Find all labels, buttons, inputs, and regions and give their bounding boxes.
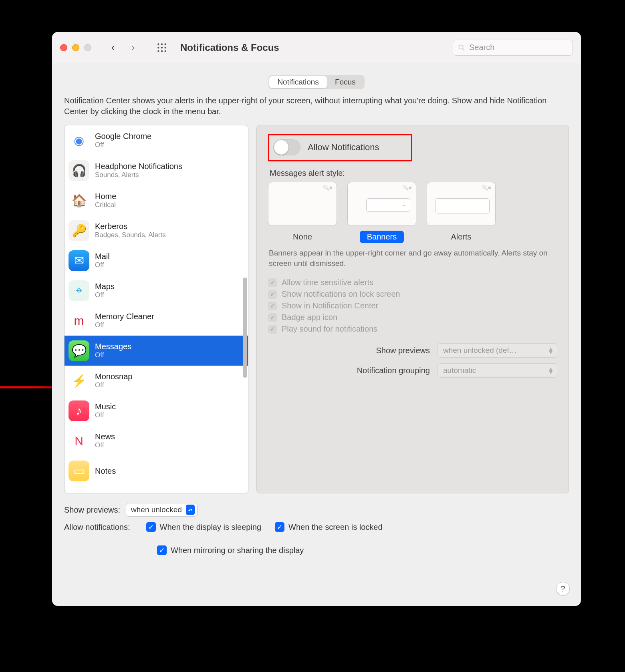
chevron-updown-icon: ▴▾ <box>549 347 553 354</box>
notification-grouping-label: Notification grouping <box>357 366 430 375</box>
app-row-headphone-notifications[interactable]: 🎧Headphone NotificationsSounds, Alerts <box>65 155 248 185</box>
footer-opt-label: When the screen is locked <box>288 523 383 532</box>
app-subtitle: Off <box>95 141 151 149</box>
app-row-notes[interactable]: ▭Notes <box>65 456 248 486</box>
app-subtitle: Off <box>95 321 154 329</box>
app-title: Notes <box>95 466 116 476</box>
close-icon[interactable] <box>60 44 67 51</box>
alert-style-label: Messages alert style: <box>270 169 557 178</box>
app-subtitle: Critical <box>95 201 116 209</box>
checkbox-icon: ✓ <box>268 325 277 334</box>
app-row-kerberos[interactable]: 🔑KerberosBadges, Sounds, Alerts <box>65 215 248 245</box>
app-icon: 🔑 <box>69 220 89 241</box>
footer-show-previews-label: Show previews: <box>64 505 120 515</box>
option-badge-app-icon: ✓Badge app icon <box>268 313 557 322</box>
allow-notifications-toggle[interactable] <box>273 139 300 155</box>
forward-button: › <box>125 40 141 56</box>
style-banners-button[interactable]: Banners <box>360 231 404 243</box>
footer-opt-label: When the display is sleeping <box>160 523 261 532</box>
search-icon <box>458 44 465 51</box>
checkbox-icon[interactable]: ✓ <box>146 522 156 532</box>
app-icon: ⌖ <box>69 280 89 301</box>
app-row-maps[interactable]: ⌖MapsOff <box>65 276 248 306</box>
svg-point-2 <box>157 43 159 45</box>
style-none-thumb[interactable]: 🔍≡ <box>268 182 337 226</box>
app-row-home[interactable]: 🏠HomeCritical <box>65 185 248 215</box>
style-alerts-thumb[interactable]: 🔍≡ <box>427 182 496 226</box>
show-previews-select[interactable]: when unlocked (def… ▴▾ <box>437 343 557 358</box>
style-none-button[interactable]: None <box>286 231 319 243</box>
svg-point-8 <box>157 50 159 52</box>
app-icon: ▭ <box>69 461 89 481</box>
footer-show-previews-select[interactable]: when unlocked ▴▾ <box>126 503 198 517</box>
scrollbar-thumb[interactable] <box>243 278 247 378</box>
app-row-news[interactable]: NNewsOff <box>65 426 248 456</box>
app-row-google-chrome[interactable]: ◉Google ChromeOff <box>65 125 248 155</box>
option-play-sound-for-notifications: ✓Play sound for notifications <box>268 324 557 334</box>
app-title: Memory Cleaner <box>95 312 154 321</box>
preferences-window: ‹ › Notifications & Focus Search Notific… <box>52 32 581 606</box>
app-row-monosnap[interactable]: ⚡MonosnapOff <box>65 366 248 396</box>
app-title: Messages <box>95 342 131 351</box>
app-subtitle: Off <box>95 411 116 419</box>
app-subtitle: Off <box>95 351 131 359</box>
app-row-messages[interactable]: 💬MessagesOff <box>65 336 248 366</box>
app-subtitle: Sounds, Alerts <box>95 171 182 179</box>
option-label: Badge app icon <box>282 313 337 322</box>
style-banners-thumb[interactable]: 🔍≡ → <box>347 182 416 226</box>
app-list[interactable]: ◉Google ChromeOff🎧Headphone Notification… <box>64 125 248 493</box>
nav-arrows: ‹ › <box>105 40 141 56</box>
option-label: Show in Notification Center <box>282 301 378 310</box>
search-field[interactable]: Search <box>453 40 573 56</box>
footer-opt-when-the-display-is-sleeping[interactable]: ✓When the display is sleeping <box>146 522 261 532</box>
tab-notifications[interactable]: Notifications <box>269 76 327 88</box>
app-icon: ◉ <box>69 130 89 151</box>
tabs-segmented: Notifications Focus <box>268 75 364 89</box>
tab-focus[interactable]: Focus <box>327 76 364 88</box>
app-title: News <box>95 432 115 441</box>
notification-grouping-value: automatic <box>443 366 476 375</box>
footer-opt-when-mirroring-or-sharing-the-display[interactable]: ✓When mirroring or sharing the display <box>157 545 569 555</box>
notification-grouping-select[interactable]: automatic ▴▾ <box>437 363 557 378</box>
app-title: Google Chrome <box>95 131 151 141</box>
option-label: Play sound for notifications <box>282 324 377 334</box>
app-subtitle: Off <box>95 381 132 389</box>
option-allow-time-sensitive-alerts: ✓Allow time sensitive alerts <box>268 278 557 287</box>
app-row-memory-cleaner[interactable]: mMemory CleanerOff <box>65 306 248 336</box>
chevron-updown-icon: ▴▾ <box>186 505 195 515</box>
app-subtitle: Off <box>95 261 110 269</box>
help-button[interactable]: ? <box>556 582 570 596</box>
app-icon: ⚡ <box>69 370 89 391</box>
checkbox-icon: ✓ <box>268 278 277 287</box>
app-icon: 🎧 <box>69 160 89 181</box>
minimize-icon[interactable] <box>72 44 79 51</box>
app-icon: m <box>69 310 89 331</box>
app-title: Mail <box>95 251 110 261</box>
content-area: Notifications Focus Notification Center … <box>52 63 581 606</box>
footer-opt-label: When mirroring or sharing the display <box>171 546 304 555</box>
show-previews-value: when unlocked (def… <box>443 346 517 355</box>
checkbox-icon[interactable]: ✓ <box>275 522 284 532</box>
app-icon: 🏠 <box>69 190 89 211</box>
allow-notifications-box: Allow Notifications <box>268 134 412 161</box>
app-title: Home <box>95 191 116 201</box>
svg-point-7 <box>165 46 166 48</box>
search-placeholder: Search <box>469 43 494 52</box>
app-subtitle: Badges, Sounds, Alerts <box>95 231 166 239</box>
footer-opt-when-the-screen-is-locked[interactable]: ✓When the screen is locked <box>275 522 383 532</box>
option-show-in-notification-center: ✓Show in Notification Center <box>268 301 557 310</box>
style-alerts-button[interactable]: Alerts <box>444 231 478 243</box>
option-label: Show notifications on lock screen <box>282 290 400 299</box>
show-all-icon[interactable] <box>155 40 169 55</box>
alert-styles: 🔍≡ None 🔍≡ → Banners 🔍≡ <box>268 182 557 243</box>
svg-point-11 <box>459 45 463 49</box>
show-previews-label: Show previews <box>376 346 430 355</box>
app-row-mail[interactable]: ✉MailOff <box>65 245 248 276</box>
app-row-music[interactable]: ♪MusicOff <box>65 396 248 426</box>
checkbox-icon[interactable]: ✓ <box>157 545 167 555</box>
app-title: Headphone Notifications <box>95 161 182 171</box>
app-icon: 💬 <box>69 340 89 361</box>
back-button[interactable]: ‹ <box>105 40 121 56</box>
checkbox-icon: ✓ <box>268 290 277 299</box>
app-icon: N <box>69 431 89 451</box>
